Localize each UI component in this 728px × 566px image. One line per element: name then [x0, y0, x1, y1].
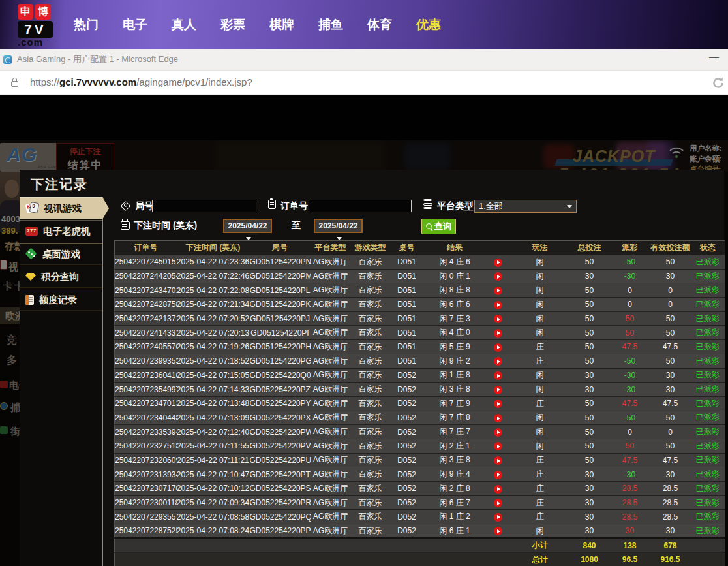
play-triangle [497, 515, 500, 519]
search-button[interactable]: 查询 [421, 219, 456, 234]
order-no: 250422072327518 [115, 439, 177, 453]
play-video-icon[interactable] [494, 414, 502, 422]
platform: AG欧洲厅 [311, 283, 351, 298]
status: 已派彩 [691, 298, 725, 312]
play-video-icon[interactable] [494, 315, 502, 323]
play-video-icon[interactable] [494, 513, 502, 522]
play-video-icon[interactable] [494, 272, 502, 281]
game-type: 百家乐 [351, 368, 390, 383]
nav-item-hot[interactable]: 热门 [74, 16, 100, 33]
reload-icon[interactable] [712, 76, 725, 89]
date-to-select[interactable]: 2025/04/22 [314, 219, 363, 233]
play [486, 368, 511, 383]
sidebar-item-slot-machines[interactable]: 777 电子老虎机 [20, 220, 102, 242]
total-bet: 50 [569, 255, 610, 270]
round-number-input[interactable] [152, 200, 256, 212]
logo-badge-1: 申 [18, 4, 33, 20]
platform: AG欧洲厅 [311, 510, 351, 524]
modal-title: 下注记录 [31, 176, 88, 193]
bet-time: 2025-04-22 07:23:36 [177, 255, 250, 270]
window-title: Asia Gaming - 用户配置 1 - Microsoft Edge [17, 54, 178, 65]
platform: AG欧洲厅 [311, 326, 351, 340]
result: 闲 6 庄 1 [424, 524, 486, 539]
platform: AG欧洲厅 [311, 495, 351, 510]
payout: -30 [610, 269, 650, 283]
round-no: GD052254220PR [250, 495, 311, 510]
table-no: D051 [390, 283, 424, 298]
nav-item-fishing[interactable]: 捕鱼 [318, 16, 344, 33]
minimize-button[interactable]: — [709, 51, 719, 62]
record-row: 2504220723206092025-04-22 07:11:21GD0522… [115, 453, 725, 467]
browser-url-bar[interactable]: https://gci.7vvvvvv.com/agingame/pcv1/in… [0, 71, 728, 95]
column-header: 有效投注额 [650, 241, 691, 255]
bet-side: 庄 [511, 495, 569, 510]
sidebar-item-points-inquiry[interactable]: 积分查询 [20, 266, 102, 288]
play-video-icon[interactable] [494, 527, 502, 535]
platform-type-select[interactable]: 1.全部 [474, 200, 577, 213]
platform: AG欧洲厅 [311, 439, 351, 453]
payout: -50 [610, 411, 650, 425]
bet-time: 2025-04-22 07:11:55 [177, 439, 250, 453]
order-number-input[interactable] [309, 200, 412, 212]
play-video-icon[interactable] [494, 329, 502, 338]
table-no: D051 [390, 255, 424, 270]
blank-cell [115, 552, 511, 566]
play-video-icon[interactable] [494, 400, 502, 408]
site-logo[interactable]: 申 博 7V .com [18, 4, 71, 47]
round-no: GD052254220PT [250, 467, 311, 482]
play-video-icon[interactable] [494, 471, 502, 479]
order-no: 250422072300118 [115, 495, 177, 510]
result: 闲 4 庄 0 [424, 326, 486, 340]
play-video-icon[interactable] [494, 371, 502, 380]
round-no: GD052254220Q0 [250, 368, 311, 383]
sidebar-item-credit-records[interactable]: 额度记录 [20, 289, 102, 311]
result: 闲 0 庄 1 [424, 269, 486, 283]
nav-item-cards[interactable]: 棋牌 [269, 16, 296, 33]
order-number-label: 订单号 [281, 200, 308, 212]
sidebar-item-table-games[interactable]: 桌面游戏 [20, 243, 102, 265]
nav-item-live[interactable]: 真人 [172, 16, 198, 33]
play-video-icon[interactable] [494, 456, 502, 465]
play-video-icon[interactable] [494, 301, 502, 309]
play-video-icon[interactable] [494, 485, 502, 494]
table-no: D052 [390, 425, 424, 439]
table-no: D052 [390, 411, 424, 425]
sidebar-item-video-games[interactable]: K9 视讯游戏 [20, 197, 102, 219]
round-no: GD051254220PH [250, 340, 311, 354]
valid-bet: 0 [650, 425, 691, 439]
platform-type-value: 1.全部 [479, 201, 503, 211]
play-video-icon[interactable] [494, 357, 502, 366]
game-type: 百家乐 [351, 524, 390, 539]
platform-icon [423, 203, 432, 206]
record-row: 2504220724143312025-04-22 07:20:13GD0512… [115, 326, 725, 340]
date-from-select[interactable]: 2025/04/22 [223, 219, 272, 233]
play-video-icon[interactable] [494, 499, 502, 507]
search-button-label: 查询 [434, 221, 452, 232]
nav-item-sports[interactable]: 体育 [367, 16, 393, 33]
game-type: 百家乐 [351, 269, 390, 283]
play-video-icon[interactable] [494, 442, 502, 450]
payout: -30 [610, 368, 650, 383]
play-triangle [497, 360, 500, 364]
round-no: GD052254220PY [250, 396, 311, 411]
play [486, 340, 511, 354]
play-video-icon[interactable] [494, 428, 502, 437]
play-video-icon[interactable] [494, 259, 502, 267]
nav-item-lottery[interactable]: 彩票 [220, 16, 247, 33]
valid-bet: 47.5 [650, 396, 691, 411]
bet-side: 闲 [511, 326, 569, 340]
nav-item-promo[interactable]: 优惠 [416, 16, 442, 33]
nav-item-slots[interactable]: 电子 [123, 16, 149, 33]
play [486, 495, 511, 510]
platform: AG欧洲厅 [311, 298, 351, 312]
play [486, 467, 511, 482]
table-no: D052 [390, 467, 424, 482]
play-video-icon[interactable] [494, 343, 502, 352]
play-triangle [497, 331, 500, 335]
bet-time: 2025-04-22 07:15:05 [177, 368, 250, 383]
play-video-icon[interactable] [494, 386, 502, 394]
payout: 28.5 [610, 495, 650, 510]
play-video-icon[interactable] [494, 287, 502, 295]
casino-lobby-background: AG ASIA GAMING 停止下注 结算中 JACKPOT 5,401,80… [0, 140, 728, 566]
order-no: 250422072405570 [115, 340, 177, 354]
